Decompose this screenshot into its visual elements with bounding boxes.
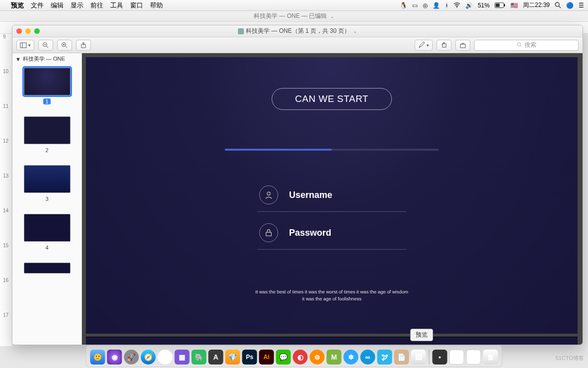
- dock-illustrator[interactable]: Ai: [259, 350, 274, 365]
- status-app-icon[interactable]: 🔵: [566, 2, 574, 9]
- document-proxy-icon[interactable]: [238, 28, 244, 34]
- markup-button[interactable]: ▾: [415, 40, 433, 51]
- dock-wechat[interactable]: 💬: [276, 350, 291, 365]
- svg-rect-3: [496, 3, 500, 7]
- disclosure-triangle-icon[interactable]: ▼: [15, 56, 21, 62]
- thumbnail-2[interactable]: 2: [12, 113, 81, 162]
- username-label: Username: [289, 190, 332, 200]
- progress-bar: [225, 149, 439, 151]
- background-gutter: 91011 121314 151617: [0, 34, 12, 346]
- status-user-icon[interactable]: 👤: [433, 2, 440, 9]
- status-clock[interactable]: 周二22:39: [523, 1, 550, 9]
- menu-tools[interactable]: 工具: [110, 1, 123, 10]
- zoom-button[interactable]: [34, 28, 40, 34]
- title-dropdown-icon[interactable]: ⌄: [353, 28, 357, 34]
- dock-launchpad[interactable]: 🚀: [124, 350, 139, 365]
- menu-window[interactable]: 窗口: [130, 1, 143, 10]
- dock-app-a[interactable]: A: [209, 350, 223, 365]
- status-battery-pct[interactable]: 51%: [478, 2, 490, 9]
- username-row: Username: [257, 185, 406, 212]
- menu-view[interactable]: 显示: [71, 1, 83, 10]
- minimize-button[interactable]: [25, 28, 31, 34]
- svg-point-4: [555, 2, 559, 6]
- rotate-button[interactable]: [437, 40, 451, 51]
- zoom-out-button[interactable]: [38, 40, 53, 51]
- dock-minimized-3[interactable]: ▫: [466, 350, 481, 365]
- menu-edit[interactable]: 编辑: [51, 1, 64, 10]
- dock-app-red[interactable]: ◐: [293, 350, 308, 365]
- menu-file[interactable]: 文件: [31, 1, 44, 10]
- status-cc-icon[interactable]: ◎: [423, 2, 428, 9]
- quote-text: It was the best of times it was the wors…: [227, 288, 436, 302]
- dock-app-bird[interactable]: 🕊: [377, 350, 392, 365]
- document-canvas[interactable]: CAN WE START Username Password It was th…: [82, 53, 583, 345]
- spotlight-icon[interactable]: [555, 2, 561, 8]
- svg-line-9: [47, 46, 49, 48]
- status-battery-icon[interactable]: [495, 2, 506, 8]
- macos-menubar: 预览 文件 编辑 显示 前往 工具 窗口 帮助 🐧 ▭ ◎ 👤 ᚼ 🔊 51% …: [0, 0, 588, 11]
- watermark: 51CTO博客: [556, 355, 584, 362]
- preview-window: 科技美学 — ONE（第 1 页，共 30 页） ⌄ ▾ ▾ 搜索: [12, 25, 583, 345]
- menu-go[interactable]: 前往: [90, 1, 103, 10]
- menu-help[interactable]: 帮助: [150, 1, 163, 10]
- close-button[interactable]: [16, 28, 22, 34]
- search-placeholder: 搜索: [524, 41, 536, 49]
- window-titlebar[interactable]: 科技美学 — ONE（第 1 页，共 30 页） ⌄: [12, 25, 583, 37]
- status-bluetooth-icon[interactable]: ᚼ: [445, 2, 448, 9]
- window-title: 科技美学 — ONE（第 1 页，共 30 页）: [246, 27, 350, 35]
- dock-preview[interactable]: 🖼: [411, 350, 426, 365]
- next-slide-peek: [86, 337, 578, 345]
- share-button[interactable]: [76, 40, 91, 51]
- sidebar-toggle-button[interactable]: ▾: [16, 40, 34, 51]
- thumbnail-5[interactable]: [12, 260, 81, 282]
- svg-point-18: [517, 43, 520, 46]
- dock-app-m[interactable]: M: [327, 350, 342, 365]
- status-input-flag-icon[interactable]: 🇺🇸: [511, 2, 518, 9]
- dock-safari[interactable]: 🧭: [141, 350, 156, 365]
- dock-minimized-2[interactable]: ▫: [449, 350, 464, 365]
- dock-separator: [429, 350, 430, 365]
- status-volume-icon[interactable]: 🔊: [465, 2, 473, 9]
- svg-line-19: [520, 46, 521, 47]
- thumbnail-3[interactable]: 3: [12, 162, 81, 211]
- dock-siri[interactable]: ◉: [107, 350, 122, 365]
- dock-trash[interactable]: 🗑: [483, 350, 498, 365]
- dock-app-orange[interactable]: ⊚: [310, 350, 325, 365]
- status-qq-icon[interactable]: 🐧: [400, 2, 407, 9]
- dock-sketch[interactable]: 💎: [225, 350, 240, 365]
- zoom-in-button[interactable]: [57, 40, 72, 51]
- svg-rect-6: [20, 43, 26, 48]
- svg-point-0: [456, 7, 457, 8]
- user-icon: [259, 185, 278, 204]
- dock-app-purple[interactable]: ▦: [175, 350, 190, 365]
- thumbnail-4[interactable]: 4: [12, 211, 81, 260]
- svg-line-5: [559, 6, 561, 8]
- dock-app-snow[interactable]: ❄: [344, 350, 359, 365]
- status-display-icon[interactable]: ▭: [412, 2, 418, 9]
- dock-finder[interactable]: 🙂: [90, 350, 105, 365]
- slide-content: CAN WE START Username Password It was th…: [86, 57, 578, 334]
- svg-rect-21: [266, 232, 272, 236]
- dock-app-pdf[interactable]: 📄: [394, 350, 409, 365]
- password-row: Password: [257, 223, 406, 250]
- password-label: Password: [289, 228, 331, 238]
- thumbnail-1[interactable]: 1: [12, 65, 81, 113]
- dock-baidu[interactable]: ∞: [361, 350, 375, 365]
- notification-center-icon[interactable]: ☰: [579, 2, 584, 9]
- search-input[interactable]: 搜索: [474, 40, 579, 51]
- background-window-title: 科技美学 — ONE — 已编辑 ⌄: [0, 11, 588, 22]
- toolbox-button[interactable]: [455, 40, 470, 51]
- dock-photoshop[interactable]: Ps: [242, 350, 257, 365]
- lock-icon: [259, 223, 278, 242]
- dock-evernote[interactable]: 🐘: [192, 350, 207, 365]
- dock-minimized-1[interactable]: ▪: [433, 350, 447, 365]
- dock-chrome[interactable]: ◯: [158, 350, 173, 365]
- svg-line-12: [66, 46, 68, 48]
- preview-toolbar: ▾ ▾ 搜索: [12, 37, 583, 53]
- svg-rect-17: [460, 44, 465, 48]
- sidebar-document-header[interactable]: ▼ 科技美学 — ONE: [12, 53, 81, 65]
- app-name[interactable]: 预览: [11, 1, 24, 10]
- thumbnails-sidebar[interactable]: ▼ 科技美学 — ONE 1 2 3 4: [12, 53, 82, 345]
- svg-point-20: [267, 192, 270, 195]
- status-wifi-icon[interactable]: [453, 2, 460, 8]
